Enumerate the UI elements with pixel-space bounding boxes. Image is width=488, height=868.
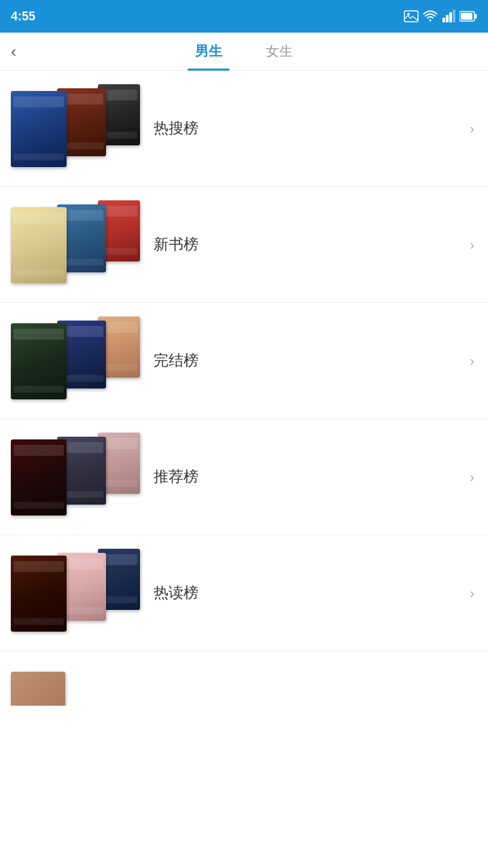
svg-point-1 [407, 13, 410, 16]
cover-0 [11, 439, 67, 516]
item-label-completed: 完结榜 [140, 350, 470, 371]
cover-0 [11, 207, 67, 283]
svg-rect-2 [442, 18, 445, 22]
battery-icon [459, 10, 477, 22]
list-container: 热搜榜›新书榜›完结榜›推荐榜›热读榜› [0, 71, 488, 651]
svg-rect-0 [404, 11, 418, 22]
svg-rect-7 [461, 13, 472, 20]
partial-covers [11, 665, 140, 706]
item-label-new-books: 新书榜 [140, 234, 470, 255]
chevron-icon: › [470, 237, 477, 253]
chevron-icon: › [470, 121, 477, 137]
list-item-new-books[interactable]: 新书榜› [0, 187, 488, 303]
book-covers-new-books [11, 200, 140, 289]
list-item-recommended[interactable]: 推荐榜› [0, 419, 488, 535]
back-button[interactable]: ‹ [11, 42, 16, 61]
cover-0 [11, 91, 67, 167]
status-time: 4:55 [11, 10, 35, 24]
cover-0 [11, 556, 67, 632]
wifi-icon [423, 9, 438, 24]
tabs: 男生 女生 [173, 33, 315, 71]
book-covers-recommended [11, 433, 140, 521]
list-item-hot-reading[interactable]: 热读榜› [0, 535, 488, 651]
partial-list-item[interactable] [0, 651, 488, 706]
svg-rect-8 [475, 14, 477, 19]
tab-female[interactable]: 女生 [244, 33, 315, 71]
status-bar: 4:55 [0, 0, 488, 33]
gallery-icon [404, 9, 419, 24]
item-label-hot-reading: 热读榜 [140, 583, 470, 603]
book-covers-completed [11, 317, 140, 405]
chevron-icon: › [470, 585, 477, 601]
svg-rect-4 [449, 12, 452, 22]
top-nav: ‹ 男生 女生 [0, 33, 488, 71]
signal-icon [442, 10, 455, 23]
chevron-icon: › [470, 353, 477, 369]
book-covers-hot-search [11, 84, 140, 173]
item-label-recommended: 推荐榜 [140, 467, 470, 487]
list-item-completed[interactable]: 完结榜› [0, 303, 488, 419]
cover-0 [11, 323, 67, 399]
item-label-hot-search: 热搜榜 [140, 118, 470, 139]
tab-male[interactable]: 男生 [173, 33, 244, 71]
status-icons [404, 9, 477, 24]
chevron-icon: › [470, 469, 477, 485]
list-item-hot-search[interactable]: 热搜榜› [0, 71, 488, 187]
svg-rect-5 [453, 10, 455, 22]
book-covers-hot-reading [11, 549, 140, 637]
svg-rect-3 [446, 15, 449, 22]
